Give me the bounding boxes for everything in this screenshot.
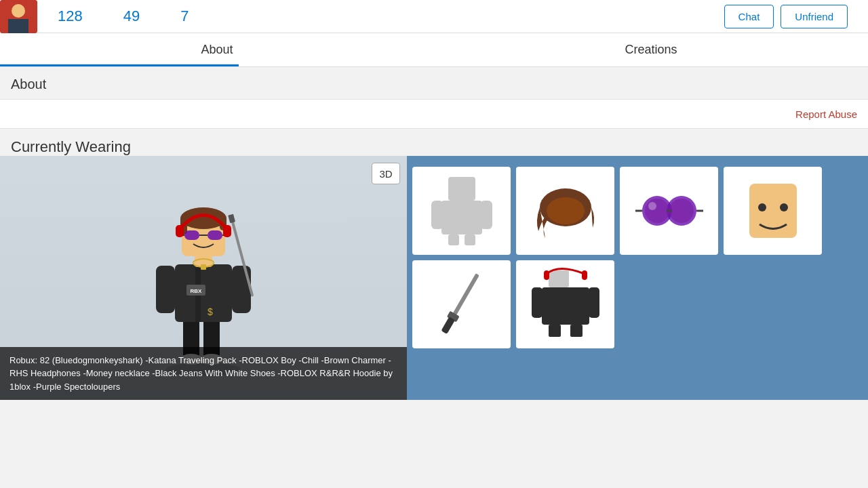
item-card-body[interactable] — [412, 167, 511, 255]
items-row-2 — [412, 260, 860, 348]
svg-rect-54 — [542, 287, 589, 325]
item-card-glasses[interactable] — [620, 167, 718, 255]
items-grid — [407, 156, 868, 400]
svg-rect-58 — [570, 325, 583, 337]
tab-about[interactable]: About — [0, 33, 434, 66]
svg-point-49 — [780, 203, 788, 211]
item-card-katana[interactable] — [412, 260, 511, 348]
item-card-face[interactable] — [724, 167, 822, 255]
svg-rect-16 — [228, 214, 235, 224]
caption-overlay: Robux: 82 (Bluedogmonkeyshark) -Katana T… — [0, 347, 407, 401]
svg-text:RBX: RBX — [191, 288, 203, 294]
svg-rect-27 — [176, 225, 184, 237]
svg-rect-52 — [441, 317, 455, 334]
about-heading: About — [11, 77, 46, 92]
svg-rect-13 — [156, 266, 175, 313]
svg-rect-53 — [549, 270, 569, 287]
svg-rect-56 — [589, 287, 599, 318]
stat-3: 7 — [180, 7, 189, 25]
svg-text:$: $ — [208, 306, 213, 317]
caption-text: Robux: 82 (Bluedogmonkeyshark) -Katana T… — [9, 355, 393, 392]
unfriend-button[interactable]: Unfriend — [781, 5, 848, 28]
svg-rect-23 — [208, 230, 222, 240]
svg-point-42 — [669, 199, 694, 223]
svg-rect-2 — [8, 19, 28, 33]
svg-point-19 — [180, 207, 226, 229]
content-area: 3D RBX $ — [0, 156, 868, 400]
svg-rect-35 — [448, 235, 459, 245]
about-section: About — [0, 67, 868, 92]
svg-point-38 — [547, 197, 585, 224]
svg-rect-57 — [549, 325, 561, 337]
stat-2: 49 — [123, 7, 140, 25]
svg-rect-34 — [480, 201, 492, 229]
svg-rect-22 — [184, 230, 199, 240]
svg-rect-36 — [465, 235, 475, 245]
svg-rect-33 — [431, 201, 443, 229]
currently-wearing-section: Currently Wearing — [0, 129, 868, 156]
svg-rect-28 — [223, 225, 231, 237]
tabs-bar: About Creations — [0, 33, 868, 67]
chat-button[interactable]: Chat — [724, 5, 774, 28]
svg-point-41 — [645, 199, 669, 223]
items-row-1 — [412, 167, 860, 255]
svg-rect-30 — [201, 264, 206, 270]
action-buttons: Chat Unfriend — [724, 5, 848, 28]
currently-wearing-heading: Currently Wearing — [11, 138, 131, 155]
svg-point-1 — [12, 4, 25, 18]
top-bar: 128 49 7 Chat Unfriend — [0, 0, 868, 33]
svg-rect-14 — [232, 266, 251, 313]
item-card-outfit[interactable] — [516, 260, 614, 348]
svg-rect-60 — [582, 270, 587, 280]
svg-rect-55 — [532, 287, 542, 318]
stat-1: 128 — [58, 7, 83, 25]
item-card-hair[interactable] — [516, 167, 614, 255]
report-abuse-link[interactable]: Report Abuse — [795, 108, 857, 120]
svg-point-46 — [648, 202, 656, 210]
character-view: 3D RBX $ — [0, 156, 407, 400]
stats-area: 128 49 7 — [58, 7, 189, 25]
btn-3d[interactable]: 3D — [372, 163, 400, 184]
avatar — [0, 0, 37, 33]
svg-rect-32 — [441, 201, 482, 235]
svg-point-48 — [758, 203, 766, 211]
svg-rect-31 — [448, 177, 475, 201]
tab-creations[interactable]: Creations — [434, 33, 868, 66]
divider-area: Report Abuse — [0, 99, 868, 129]
